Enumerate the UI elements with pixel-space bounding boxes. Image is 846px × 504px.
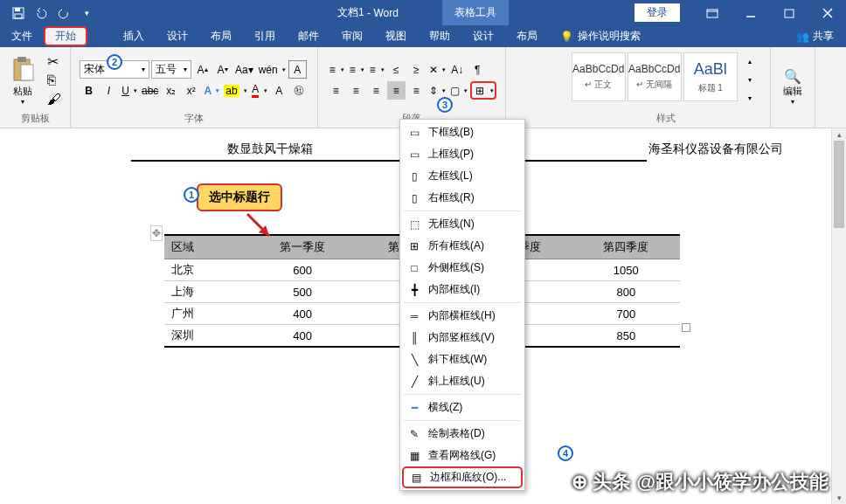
editing-label[interactable]: 编辑 xyxy=(783,85,802,98)
increase-indent-button[interactable]: ≥ xyxy=(407,60,426,79)
shading-button[interactable]: ▢ xyxy=(448,81,468,100)
context-tab-title: 表格工具 xyxy=(442,0,509,25)
qat-customize[interactable]: ▾ xyxy=(77,3,96,23)
tab-tabletools-design[interactable]: 设计 xyxy=(461,25,505,47)
show-marks-button[interactable]: ¶ xyxy=(468,60,487,79)
tab-tabletools-layout[interactable]: 布局 xyxy=(505,25,549,47)
italic-button[interactable]: I xyxy=(100,81,118,100)
justify-button[interactable]: ≡ xyxy=(387,81,406,100)
ribbon: 粘贴 ▾ ✂ ⎘ 🖌 剪贴板 宋体▾ 五号▾ A▴ A▾ Aa▾ wén A B xyxy=(0,47,846,128)
menu-view-gridlines[interactable]: ▦查看网格线(G) xyxy=(400,445,524,466)
menu-diag-down-border[interactable]: ╲斜下框线(W) xyxy=(400,349,524,370)
close-button[interactable] xyxy=(809,0,846,25)
menu-outside-borders[interactable]: □外侧框线(S) xyxy=(400,257,524,279)
grow-font-button[interactable]: A▴ xyxy=(193,60,212,79)
char-border-button[interactable]: A xyxy=(288,60,307,79)
menu-diag-up-border[interactable]: ╱斜上框线(U) xyxy=(400,370,524,392)
menu-draw-table[interactable]: ✎绘制表格(D) xyxy=(400,423,524,445)
copy-button[interactable]: ⎘ xyxy=(47,72,65,88)
tell-me[interactable]: 💡操作说明搜索 xyxy=(549,25,652,47)
styles-scroll-down[interactable]: ▾ xyxy=(741,71,759,89)
login-button[interactable]: 登录 xyxy=(634,3,680,22)
callout-3: 3 xyxy=(437,97,453,113)
menu-right-border[interactable]: ▯右框线(R) xyxy=(400,187,524,209)
border-bottom-icon: ▭ xyxy=(407,126,421,140)
border-diag-up-icon: ╱ xyxy=(407,375,421,389)
font-color-button[interactable]: A xyxy=(250,81,268,100)
paste-button[interactable]: 粘贴 ▾ xyxy=(5,55,40,106)
shrink-font-button[interactable]: A▾ xyxy=(213,60,232,79)
menu-left-border[interactable]: ▯左框线(L) xyxy=(400,165,524,187)
styles-scroll-up[interactable]: ▴ xyxy=(741,52,759,71)
distributed-button[interactable]: ≡ xyxy=(407,81,426,100)
tab-view[interactable]: 视图 xyxy=(374,25,418,47)
scroll-down-button[interactable]: ▾ xyxy=(832,492,846,504)
font-size-combo[interactable]: 五号▾ xyxy=(151,60,191,79)
menu-horizontal-line[interactable]: ━横线(Z) xyxy=(400,397,524,418)
ribbon-options-button[interactable] xyxy=(694,0,731,25)
align-center-button[interactable]: ≡ xyxy=(347,81,365,100)
menu-borders-shading[interactable]: ▤边框和底纹(O)... xyxy=(402,466,523,488)
minimize-button[interactable] xyxy=(732,0,769,25)
scroll-thumb[interactable] xyxy=(834,141,844,228)
border-top-icon: ▭ xyxy=(407,148,421,162)
menu-inside-h-border[interactable]: ═内部横框线(H) xyxy=(400,305,524,327)
enclose-char-button[interactable]: ㊓ xyxy=(290,81,309,100)
decrease-indent-button[interactable]: ≤ xyxy=(387,60,406,79)
tab-mailings[interactable]: 邮件 xyxy=(287,25,330,47)
phonetic-guide-button[interactable]: wén xyxy=(257,60,287,79)
style-no-spacing[interactable]: AaBbCcDd↵ 无间隔 xyxy=(628,52,682,101)
tab-home[interactable]: 开始 xyxy=(44,26,87,46)
sort-button[interactable]: A↓ xyxy=(448,60,467,79)
tab-layout[interactable]: 布局 xyxy=(199,25,243,47)
scroll-up-button[interactable]: ▴ xyxy=(832,128,846,141)
tab-help[interactable]: 帮助 xyxy=(418,25,461,47)
tab-file[interactable]: 文件 xyxy=(0,25,44,47)
table-anchor-icon[interactable]: ✥ xyxy=(150,225,163,241)
borders-button[interactable]: ⊞ xyxy=(470,81,496,100)
border-inside-icon: ╋ xyxy=(407,283,421,297)
doc-heading[interactable]: 数显鼓风干燥箱 xyxy=(131,137,647,162)
table-end-marker xyxy=(682,323,690,332)
underline-button[interactable]: U xyxy=(120,81,138,100)
vertical-scrollbar[interactable]: ▴ ▾ xyxy=(831,128,846,504)
share-button[interactable]: 👥共享 xyxy=(784,29,846,44)
arrow-icon xyxy=(243,210,278,245)
company-text[interactable]: 海圣科仪器设备有限公司 xyxy=(648,142,783,157)
format-painter-button[interactable]: 🖌 xyxy=(47,92,65,107)
svg-rect-6 xyxy=(785,10,794,17)
undo-button[interactable] xyxy=(31,3,51,23)
bold-button[interactable]: B xyxy=(80,81,98,100)
strike-button[interactable]: abc xyxy=(140,81,160,100)
multilevel-button[interactable]: ≡ xyxy=(367,60,385,79)
styles-more[interactable]: ▾ xyxy=(741,89,759,107)
style-heading1[interactable]: AaBl标题 1 xyxy=(683,52,738,101)
change-case-button[interactable]: Aa▾ xyxy=(233,60,255,79)
superscript-button[interactable]: x² xyxy=(182,81,200,100)
tab-insert[interactable]: 插入 xyxy=(112,25,156,47)
group-clipboard: 粘贴 ▾ ✂ ⎘ 🖌 剪贴板 xyxy=(0,47,71,128)
text-effects-button[interactable]: A xyxy=(202,81,220,100)
style-normal[interactable]: AaBbCcDd↵ 正文 xyxy=(572,52,626,101)
tab-review[interactable]: 审阅 xyxy=(330,25,374,47)
menu-bottom-border[interactable]: ▭下框线(B) xyxy=(400,121,524,143)
highlight-button[interactable]: ab xyxy=(222,81,247,100)
tab-references[interactable]: 引用 xyxy=(243,25,287,47)
menu-inside-v-border[interactable]: ║内部竖框线(V) xyxy=(400,327,524,349)
bullets-button[interactable]: ≡ xyxy=(327,60,345,79)
align-left-button[interactable]: ≡ xyxy=(327,81,345,100)
menu-inside-borders[interactable]: ╋内部框线(I) xyxy=(400,279,524,300)
asian-layout-button[interactable]: ✕ xyxy=(427,60,447,79)
menu-no-border[interactable]: ⬚无框线(N) xyxy=(400,213,524,235)
save-button[interactable] xyxy=(9,3,28,23)
align-right-button[interactable]: ≡ xyxy=(367,81,385,100)
numbering-button[interactable]: ≡ xyxy=(347,60,365,79)
redo-button[interactable] xyxy=(54,3,73,23)
menu-all-borders[interactable]: ⊞所有框线(A) xyxy=(400,235,524,257)
subscript-button[interactable]: x₂ xyxy=(162,81,180,100)
char-shading-button[interactable]: A xyxy=(270,81,288,100)
cut-button[interactable]: ✂ xyxy=(47,53,65,69)
menu-top-border[interactable]: ▭上框线(P) xyxy=(400,143,524,165)
tab-design[interactable]: 设计 xyxy=(156,25,199,47)
maximize-button[interactable] xyxy=(771,0,808,25)
